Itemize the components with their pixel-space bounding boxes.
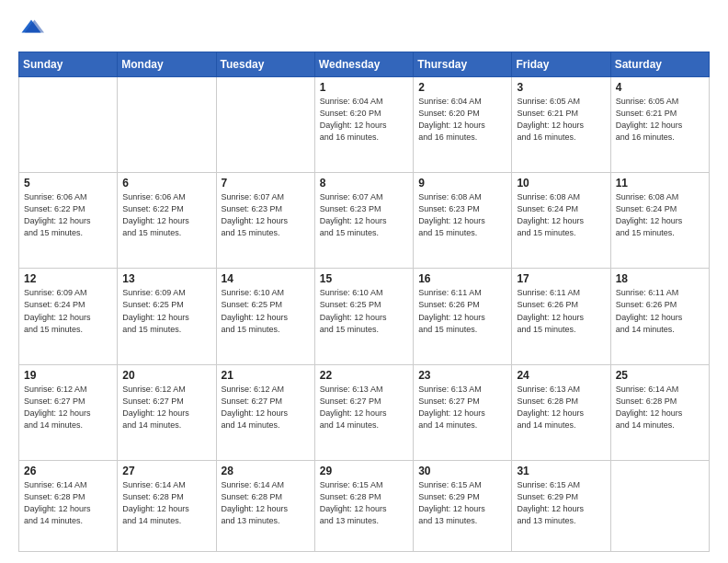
day-info: Sunrise: 6:10 AM Sunset: 6:25 PM Dayligh… <box>320 287 408 335</box>
calendar-cell: 14Sunrise: 6:10 AM Sunset: 6:25 PM Dayli… <box>216 269 314 364</box>
calendar-cell: 20Sunrise: 6:12 AM Sunset: 6:27 PM Dayli… <box>118 364 216 460</box>
day-number: 1 <box>320 81 408 94</box>
calendar-week-1: 5Sunrise: 6:06 AM Sunset: 6:22 PM Daylig… <box>19 173 710 269</box>
day-info: Sunrise: 6:07 AM Sunset: 6:23 PM Dayligh… <box>320 191 408 239</box>
calendar-cell: 1Sunrise: 6:04 AM Sunset: 6:20 PM Daylig… <box>314 77 413 173</box>
calendar-cell: 3Sunrise: 6:05 AM Sunset: 6:21 PM Daylig… <box>512 77 610 173</box>
day-number: 18 <box>616 272 704 285</box>
col-header-friday: Friday <box>512 52 610 77</box>
calendar-week-0: 1Sunrise: 6:04 AM Sunset: 6:20 PM Daylig… <box>19 77 710 173</box>
calendar-cell: 23Sunrise: 6:13 AM Sunset: 6:27 PM Dayli… <box>414 364 512 460</box>
day-info: Sunrise: 6:10 AM Sunset: 6:25 PM Dayligh… <box>222 287 310 335</box>
calendar-cell: 18Sunrise: 6:11 AM Sunset: 6:26 PM Dayli… <box>610 269 709 364</box>
day-number: 3 <box>517 81 605 94</box>
day-number: 26 <box>24 465 112 477</box>
logo-icon <box>18 17 44 42</box>
day-number: 6 <box>122 177 210 190</box>
day-number: 16 <box>418 272 506 285</box>
page: SundayMondayTuesdayWednesdayThursdayFrid… <box>0 0 728 563</box>
day-info: Sunrise: 6:05 AM Sunset: 6:21 PM Dayligh… <box>517 96 605 144</box>
day-info: Sunrise: 6:08 AM Sunset: 6:24 PM Dayligh… <box>616 191 704 239</box>
col-header-tuesday: Tuesday <box>216 52 314 77</box>
day-info: Sunrise: 6:14 AM Sunset: 6:28 PM Dayligh… <box>222 479 310 527</box>
day-info: Sunrise: 6:08 AM Sunset: 6:23 PM Dayligh… <box>418 191 506 239</box>
calendar-cell: 10Sunrise: 6:08 AM Sunset: 6:24 PM Dayli… <box>512 173 610 269</box>
day-info: Sunrise: 6:15 AM Sunset: 6:29 PM Dayligh… <box>418 479 506 527</box>
day-number: 11 <box>616 177 704 190</box>
calendar-week-3: 19Sunrise: 6:12 AM Sunset: 6:27 PM Dayli… <box>19 364 710 460</box>
day-number: 30 <box>418 465 506 477</box>
day-number: 17 <box>517 272 605 285</box>
calendar-cell: 29Sunrise: 6:15 AM Sunset: 6:28 PM Dayli… <box>314 460 413 551</box>
calendar-cell: 22Sunrise: 6:13 AM Sunset: 6:27 PM Dayli… <box>314 364 413 460</box>
day-number: 9 <box>418 177 506 190</box>
calendar-cell: 17Sunrise: 6:11 AM Sunset: 6:26 PM Dayli… <box>512 269 610 364</box>
calendar-cell: 4Sunrise: 6:05 AM Sunset: 6:21 PM Daylig… <box>610 77 709 173</box>
calendar-cell: 5Sunrise: 6:06 AM Sunset: 6:22 PM Daylig… <box>19 173 118 269</box>
day-info: Sunrise: 6:14 AM Sunset: 6:28 PM Dayligh… <box>616 384 704 431</box>
calendar-cell <box>118 77 216 173</box>
calendar-cell: 2Sunrise: 6:04 AM Sunset: 6:20 PM Daylig… <box>414 77 512 173</box>
day-info: Sunrise: 6:13 AM Sunset: 6:27 PM Dayligh… <box>418 384 506 431</box>
day-number: 2 <box>418 81 506 94</box>
day-number: 22 <box>320 369 408 382</box>
day-info: Sunrise: 6:09 AM Sunset: 6:24 PM Dayligh… <box>24 287 112 335</box>
day-info: Sunrise: 6:14 AM Sunset: 6:28 PM Dayligh… <box>24 479 112 527</box>
day-info: Sunrise: 6:06 AM Sunset: 6:22 PM Dayligh… <box>122 191 210 239</box>
day-number: 21 <box>222 369 310 382</box>
day-number: 12 <box>24 272 112 285</box>
day-number: 19 <box>24 369 112 382</box>
calendar-cell <box>610 460 709 551</box>
day-info: Sunrise: 6:13 AM Sunset: 6:28 PM Dayligh… <box>517 384 605 431</box>
day-info: Sunrise: 6:11 AM Sunset: 6:26 PM Dayligh… <box>616 287 704 335</box>
header <box>18 17 710 42</box>
day-number: 28 <box>222 465 310 477</box>
calendar-cell: 15Sunrise: 6:10 AM Sunset: 6:25 PM Dayli… <box>314 269 413 364</box>
day-number: 29 <box>320 465 408 477</box>
calendar-week-2: 12Sunrise: 6:09 AM Sunset: 6:24 PM Dayli… <box>19 269 710 364</box>
day-info: Sunrise: 6:14 AM Sunset: 6:28 PM Dayligh… <box>122 479 210 527</box>
day-number: 27 <box>122 465 210 477</box>
calendar-week-4: 26Sunrise: 6:14 AM Sunset: 6:28 PM Dayli… <box>19 460 710 551</box>
calendar-cell: 12Sunrise: 6:09 AM Sunset: 6:24 PM Dayli… <box>19 269 118 364</box>
col-header-thursday: Thursday <box>414 52 512 77</box>
calendar-cell: 11Sunrise: 6:08 AM Sunset: 6:24 PM Dayli… <box>610 173 709 269</box>
day-number: 15 <box>320 272 408 285</box>
day-info: Sunrise: 6:12 AM Sunset: 6:27 PM Dayligh… <box>222 384 310 431</box>
calendar-cell: 6Sunrise: 6:06 AM Sunset: 6:22 PM Daylig… <box>118 173 216 269</box>
calendar-cell: 13Sunrise: 6:09 AM Sunset: 6:25 PM Dayli… <box>118 269 216 364</box>
day-info: Sunrise: 6:13 AM Sunset: 6:27 PM Dayligh… <box>320 384 408 431</box>
day-info: Sunrise: 6:09 AM Sunset: 6:25 PM Dayligh… <box>122 287 210 335</box>
day-number: 24 <box>517 369 605 382</box>
day-info: Sunrise: 6:04 AM Sunset: 6:20 PM Dayligh… <box>320 96 408 144</box>
calendar-cell <box>19 77 118 173</box>
day-number: 31 <box>517 465 605 477</box>
day-info: Sunrise: 6:04 AM Sunset: 6:20 PM Dayligh… <box>418 96 506 144</box>
col-header-monday: Monday <box>118 52 216 77</box>
calendar-cell: 28Sunrise: 6:14 AM Sunset: 6:28 PM Dayli… <box>216 460 314 551</box>
day-number: 20 <box>122 369 210 382</box>
col-header-wednesday: Wednesday <box>314 52 413 77</box>
calendar-cell: 26Sunrise: 6:14 AM Sunset: 6:28 PM Dayli… <box>19 460 118 551</box>
day-number: 5 <box>24 177 112 190</box>
day-info: Sunrise: 6:08 AM Sunset: 6:24 PM Dayligh… <box>517 191 605 239</box>
calendar-cell: 30Sunrise: 6:15 AM Sunset: 6:29 PM Dayli… <box>414 460 512 551</box>
day-info: Sunrise: 6:06 AM Sunset: 6:22 PM Dayligh… <box>24 191 112 239</box>
day-number: 4 <box>616 81 704 94</box>
day-info: Sunrise: 6:11 AM Sunset: 6:26 PM Dayligh… <box>517 287 605 335</box>
day-info: Sunrise: 6:15 AM Sunset: 6:29 PM Dayligh… <box>517 479 605 527</box>
calendar-cell: 31Sunrise: 6:15 AM Sunset: 6:29 PM Dayli… <box>512 460 610 551</box>
calendar-cell: 16Sunrise: 6:11 AM Sunset: 6:26 PM Dayli… <box>414 269 512 364</box>
col-header-sunday: Sunday <box>19 52 118 77</box>
calendar-table: SundayMondayTuesdayWednesdayThursdayFrid… <box>18 52 710 552</box>
calendar-cell: 9Sunrise: 6:08 AM Sunset: 6:23 PM Daylig… <box>414 173 512 269</box>
calendar-cell <box>216 77 314 173</box>
calendar-cell: 21Sunrise: 6:12 AM Sunset: 6:27 PM Dayli… <box>216 364 314 460</box>
calendar-header-row: SundayMondayTuesdayWednesdayThursdayFrid… <box>19 52 710 77</box>
calendar-cell: 8Sunrise: 6:07 AM Sunset: 6:23 PM Daylig… <box>314 173 413 269</box>
day-info: Sunrise: 6:05 AM Sunset: 6:21 PM Dayligh… <box>616 96 704 144</box>
day-info: Sunrise: 6:11 AM Sunset: 6:26 PM Dayligh… <box>418 287 506 335</box>
calendar-cell: 7Sunrise: 6:07 AM Sunset: 6:23 PM Daylig… <box>216 173 314 269</box>
day-info: Sunrise: 6:07 AM Sunset: 6:23 PM Dayligh… <box>222 191 310 239</box>
calendar-cell: 24Sunrise: 6:13 AM Sunset: 6:28 PM Dayli… <box>512 364 610 460</box>
